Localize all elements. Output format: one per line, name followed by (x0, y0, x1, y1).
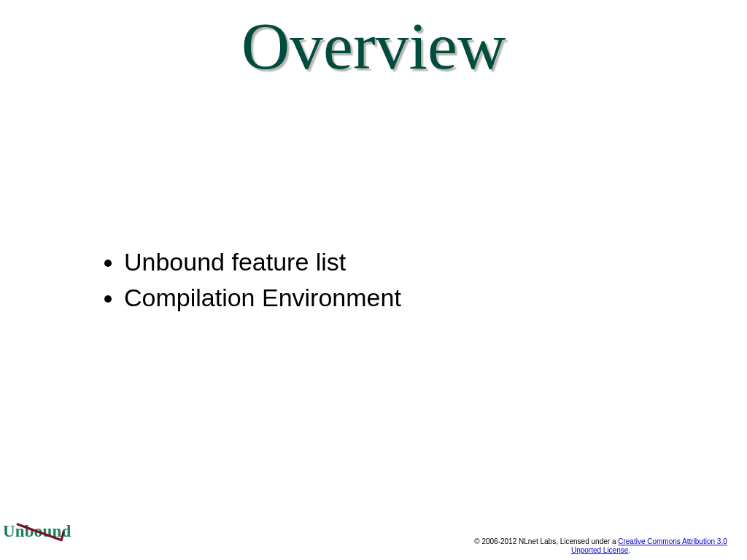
copyright-footer: © 2006-2012 NLnet Labs, Licensed under a… (460, 537, 741, 555)
bullet-list: Unbound feature list Compilation Environ… (102, 244, 703, 316)
slide-content: Unbound feature list Compilation Environ… (102, 244, 703, 316)
slide-title: Overview (0, 7, 747, 85)
svg-line-1 (61, 532, 63, 540)
slide: Overview Unbound feature list Compilatio… (0, 0, 747, 560)
logo-strike-icon (16, 522, 71, 548)
copyright-period: . (628, 546, 630, 554)
copyright-text: © 2006-2012 NLnet Labs, Licensed under a (474, 537, 618, 545)
list-item-text: Unbound feature list (124, 248, 346, 276)
list-item: Compilation Environment (124, 280, 703, 316)
svg-line-0 (18, 524, 60, 540)
title-text: Overview (241, 9, 506, 83)
list-item-text: Compilation Environment (124, 284, 401, 311)
unbound-logo: Unbound (3, 522, 71, 541)
list-item: Unbound feature list (124, 244, 703, 280)
